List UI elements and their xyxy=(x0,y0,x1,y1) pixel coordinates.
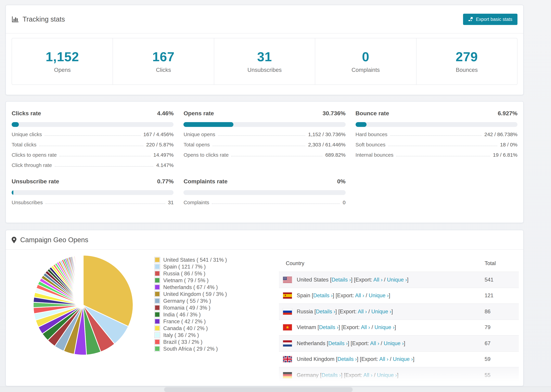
dotted-leader xyxy=(55,166,154,167)
rate-title: Unsubscribe rate xyxy=(12,178,59,185)
map-pin-icon xyxy=(12,237,16,243)
country-name: United Kingdom xyxy=(297,356,335,362)
stat-label: Bounces xyxy=(456,67,478,73)
scrollbar-thumb[interactable] xyxy=(164,388,353,392)
progress-bar xyxy=(184,122,346,127)
details-link[interactable]: Details › xyxy=(328,340,348,346)
table-row-nl: Netherlands [Details ›] [Export: All › /… xyxy=(279,335,519,351)
flag-gb-icon xyxy=(283,356,292,362)
table-row-gb: United Kingdom [Details ›] [Export: All … xyxy=(279,351,519,367)
details-link[interactable]: Details › xyxy=(332,277,351,283)
export-all-link[interactable]: All › xyxy=(370,340,379,346)
geo-table-wrap: Country Total United States [Details ›] … xyxy=(279,255,519,386)
legend-item: United Kingdom ( 59 / 3% ) xyxy=(154,291,227,297)
geo-card: Campaign Geo Opens United States ( 541 /… xyxy=(6,230,524,386)
rate-row-label: Clicks to opens rate xyxy=(12,152,57,158)
legend-label: Netherlands ( 67 / 4% ) xyxy=(163,284,218,290)
legend-item: France ( 42 / 2% ) xyxy=(154,319,227,324)
table-header-total: Total xyxy=(485,255,519,272)
rate-value: 0.77% xyxy=(157,178,174,185)
export-unique-link[interactable]: Unique › xyxy=(387,277,407,283)
rate-title: Bounce rate xyxy=(355,110,389,117)
geo-header: Campaign Geo Opens xyxy=(6,230,523,250)
rate-row-label: Complaints xyxy=(184,199,209,205)
rate-row-value: 31 xyxy=(168,199,174,205)
legend-label: Russia ( 86 / 5% ) xyxy=(163,270,205,277)
table-row-ru: Russia [Details ›] [Export: All › / Uniq… xyxy=(279,304,519,320)
stat-value: 167 xyxy=(152,49,175,64)
rate-row-label: Total clicks xyxy=(12,142,36,147)
rate-block-clicks-rate: Clicks rate4.46%Unique clicks167 / 4.456… xyxy=(12,110,174,168)
progress-fill xyxy=(184,122,233,127)
country-name: United States xyxy=(297,277,329,283)
scrollbar-track[interactable] xyxy=(0,386,551,392)
table-row-us: United States [Details ›] [Export: All ›… xyxy=(279,272,519,288)
progress-fill xyxy=(12,122,19,127)
details-link[interactable]: Details › xyxy=(319,324,339,330)
country-name: Spain xyxy=(297,293,310,298)
dotted-leader xyxy=(388,146,497,146)
legend-label: Vietnam ( 79 / 5% ) xyxy=(163,277,209,283)
details-link[interactable]: Details › xyxy=(316,308,335,314)
progress-bar xyxy=(355,122,517,127)
legend-item: Canada ( 40 / 2% ) xyxy=(154,326,227,331)
stat-value: 1,152 xyxy=(46,49,79,64)
rate-row-value: 19 / 6.81% xyxy=(493,152,517,158)
progress-bar xyxy=(12,122,174,127)
rate-row-value: 0 xyxy=(343,199,346,205)
export-unique-link[interactable]: Unique › xyxy=(377,372,397,378)
dotted-leader xyxy=(218,135,305,136)
export-all-link[interactable]: All › xyxy=(373,277,382,283)
export-unique-link[interactable]: Unique › xyxy=(393,356,413,362)
export-all-link[interactable]: All › xyxy=(355,293,364,298)
export-unique-link[interactable]: Unique › xyxy=(384,340,404,346)
dotted-leader xyxy=(212,146,305,146)
legend-swatch xyxy=(154,271,160,276)
stat-value: 31 xyxy=(257,49,272,64)
rate-title: Opens rate xyxy=(184,110,214,117)
stat-value: 0 xyxy=(362,49,369,64)
total-value: 67 xyxy=(485,335,519,351)
export-all-link[interactable]: All › xyxy=(363,372,372,378)
export-basic-stats-button[interactable]: Export basic stats xyxy=(463,14,517,25)
legend-swatch xyxy=(154,277,160,283)
rate-row-label: Internal bounces xyxy=(355,152,393,158)
rate-row-value: 167 / 4.456% xyxy=(143,131,174,137)
table-row-es: Spain [Details ›] [Export: All › / Uniqu… xyxy=(279,288,519,304)
legend-swatch xyxy=(154,305,160,311)
bar-chart-icon xyxy=(12,15,19,23)
export-icon xyxy=(468,17,473,21)
export-all-link[interactable]: All › xyxy=(361,324,370,330)
details-link[interactable]: Details › xyxy=(313,293,333,298)
stat-cell-clicks: 167Clicks xyxy=(113,38,214,84)
legend-swatch xyxy=(154,284,160,290)
export-unique-link[interactable]: Unique › xyxy=(374,324,395,330)
legend-swatch xyxy=(154,332,160,338)
legend-label: France ( 42 / 2% ) xyxy=(163,318,206,324)
rate-row-value: 689.82% xyxy=(325,152,346,158)
flag-us-icon xyxy=(283,277,292,283)
legend-label: United States ( 541 / 31% ) xyxy=(163,257,227,263)
details-link[interactable]: Details › xyxy=(322,372,341,378)
export-all-link[interactable]: All › xyxy=(379,356,389,362)
details-link[interactable]: Details › xyxy=(338,356,357,362)
rate-row: Unique clicks167 / 4.456% xyxy=(12,131,174,137)
dotted-leader xyxy=(59,156,151,156)
dotted-leader xyxy=(390,135,481,136)
export-unique-link[interactable]: Unique › xyxy=(369,293,389,298)
geo-table-body: United States [Details ›] [Export: All ›… xyxy=(279,272,519,383)
tracking-stats-header: Tracking stats Export basic stats xyxy=(6,5,523,34)
legend-label: United Kingdom ( 59 / 3% ) xyxy=(163,291,227,297)
table-row-de: Germany [Details ›] [Export: All › / Uni… xyxy=(279,367,519,383)
geo-pie-chart xyxy=(32,254,134,357)
legend-swatch xyxy=(154,312,160,317)
legend-label: Germany ( 55 / 3% ) xyxy=(163,298,211,304)
total-value: 79 xyxy=(485,320,519,335)
export-unique-link[interactable]: Unique › xyxy=(371,308,391,314)
stat-label: Unsubscribes xyxy=(247,67,282,73)
total-value: 59 xyxy=(485,351,519,367)
export-all-link[interactable]: All › xyxy=(358,308,367,314)
legend-swatch xyxy=(154,264,160,270)
flag-de-icon xyxy=(283,372,292,378)
dotted-leader xyxy=(231,156,323,156)
